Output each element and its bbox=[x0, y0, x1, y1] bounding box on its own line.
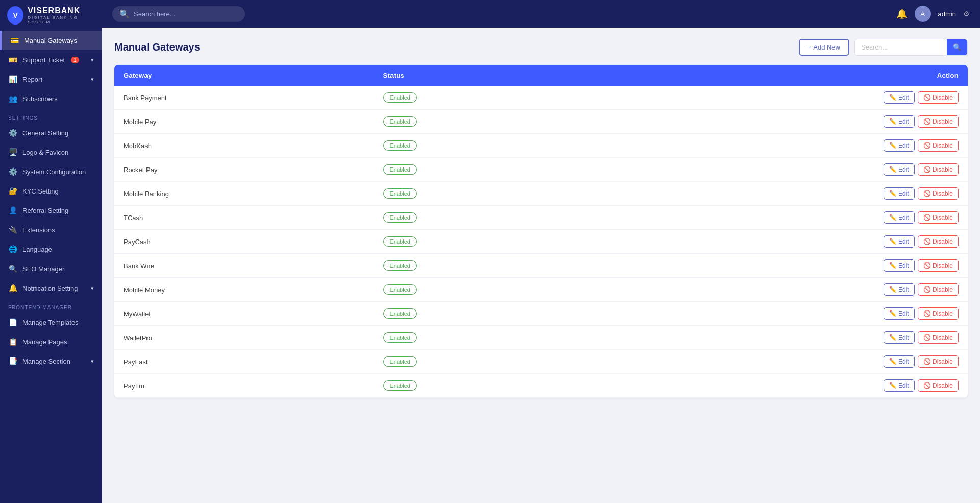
settings-section-label: SETTINGS bbox=[0, 108, 102, 123]
edit-button[interactable]: ✏️ Edit bbox=[884, 91, 915, 104]
sidebar-label: System Configuration bbox=[22, 168, 86, 176]
edit-button[interactable]: ✏️ Edit bbox=[884, 163, 915, 176]
status-badge: Enabled bbox=[383, 140, 417, 151]
status-badge: Enabled bbox=[383, 356, 417, 367]
disable-button[interactable]: 🚫 Disable bbox=[918, 307, 959, 320]
gateway-name: TCash bbox=[114, 206, 374, 230]
sidebar-item-manual-gateways[interactable]: 💳 Manual Gateways bbox=[0, 31, 102, 50]
sidebar-item-manage-pages[interactable]: 📋 Manage Pages bbox=[0, 332, 102, 351]
sidebar-label: Subscribers bbox=[22, 95, 58, 103]
settings-icon[interactable]: ⚙ bbox=[963, 10, 970, 18]
sidebar-item-kyc-setting[interactable]: 🔐 KYC Setting bbox=[0, 181, 102, 201]
topbar-search-input[interactable] bbox=[134, 10, 236, 18]
sidebar-label: Notification Setting bbox=[22, 284, 78, 292]
status-cell: Enabled bbox=[374, 326, 587, 350]
disable-button[interactable]: 🚫 Disable bbox=[918, 283, 959, 296]
action-buttons: ✏️ Edit🚫 Disable bbox=[596, 259, 959, 272]
topbar: 🔍 🔔 A admin ⚙ bbox=[102, 0, 980, 28]
gateway-name: Mobile Banking bbox=[114, 182, 374, 206]
seo-icon: 🔍 bbox=[8, 265, 17, 273]
admin-name: admin bbox=[938, 10, 956, 18]
action-cell: ✏️ Edit🚫 Disable bbox=[586, 350, 968, 374]
action-cell: ✏️ Edit🚫 Disable bbox=[586, 206, 968, 230]
sidebar-label: Language bbox=[22, 246, 52, 253]
table-row: Mobile BankingEnabled✏️ Edit🚫 Disable bbox=[114, 182, 968, 206]
sidebar-item-language[interactable]: 🌐 Language bbox=[0, 239, 102, 259]
logo-title: VISERBANK bbox=[28, 6, 95, 15]
status-cell: Enabled bbox=[374, 230, 587, 254]
sidebar-item-seo-manager[interactable]: 🔍 SEO Manager bbox=[0, 259, 102, 278]
sidebar-item-manage-section[interactable]: 📑 Manage Section ▾ bbox=[0, 351, 102, 371]
edit-button[interactable]: ✏️ Edit bbox=[884, 283, 915, 296]
search-input[interactable] bbox=[855, 40, 947, 55]
status-badge: Enabled bbox=[383, 164, 417, 175]
disable-button[interactable]: 🚫 Disable bbox=[918, 259, 959, 272]
edit-button[interactable]: ✏️ Edit bbox=[884, 307, 915, 320]
main-content: 🔍 🔔 A admin ⚙ Manual Gateways + Add New … bbox=[102, 0, 980, 503]
disable-button[interactable]: 🚫 Disable bbox=[918, 91, 959, 104]
page-actions: + Add New 🔍 bbox=[799, 39, 968, 56]
edit-button[interactable]: ✏️ Edit bbox=[884, 187, 915, 200]
edit-button[interactable]: ✏️ Edit bbox=[884, 139, 915, 152]
gateways-table: Gateway Status Action Bank PaymentEnable… bbox=[114, 65, 968, 398]
sidebar-item-report[interactable]: 📊 Report ▾ bbox=[0, 69, 102, 89]
edit-button[interactable]: ✏️ Edit bbox=[884, 235, 915, 248]
status-cell: Enabled bbox=[374, 254, 587, 278]
section-icon: 📑 bbox=[8, 357, 17, 365]
disable-button[interactable]: 🚫 Disable bbox=[918, 115, 959, 128]
sidebar-item-manage-templates[interactable]: 📄 Manage Templates bbox=[0, 313, 102, 332]
disable-button[interactable]: 🚫 Disable bbox=[918, 355, 959, 368]
disable-button[interactable]: 🚫 Disable bbox=[918, 235, 959, 248]
sidebar-label: Logo & Favicon bbox=[22, 149, 68, 156]
disable-button[interactable]: 🚫 Disable bbox=[918, 139, 959, 152]
page-header: Manual Gateways + Add New 🔍 bbox=[114, 39, 968, 56]
sidebar-item-referral-setting[interactable]: 👤 Referral Setting bbox=[0, 201, 102, 220]
status-cell: Enabled bbox=[374, 110, 587, 134]
topbar-search-box[interactable]: 🔍 bbox=[112, 6, 245, 22]
edit-button[interactable]: ✏️ Edit bbox=[884, 331, 915, 344]
logo-subtitle: DIGITAL BANKING SYSTEM bbox=[28, 15, 95, 25]
edit-button[interactable]: ✏️ Edit bbox=[884, 379, 915, 392]
sidebar-item-subscribers[interactable]: 👥 Subscribers bbox=[0, 89, 102, 108]
edit-button[interactable]: ✏️ Edit bbox=[884, 259, 915, 272]
chevron-icon: ▾ bbox=[91, 57, 94, 63]
sidebar-label: KYC Setting bbox=[22, 187, 59, 195]
search-button[interactable]: 🔍 bbox=[947, 39, 967, 55]
table-row: PayCashEnabled✏️ Edit🚫 Disable bbox=[114, 230, 968, 254]
disable-button[interactable]: 🚫 Disable bbox=[918, 379, 959, 392]
sidebar-item-extensions[interactable]: 🔌 Extensions bbox=[0, 220, 102, 239]
table-container: Gateway Status Action Bank PaymentEnable… bbox=[114, 65, 968, 398]
sidebar-item-notification-setting[interactable]: 🔔 Notification Setting ▾ bbox=[0, 278, 102, 298]
disable-button[interactable]: 🚫 Disable bbox=[918, 211, 959, 224]
disable-button[interactable]: 🚫 Disable bbox=[918, 331, 959, 344]
status-badge: Enabled bbox=[383, 92, 417, 103]
edit-button[interactable]: ✏️ Edit bbox=[884, 115, 915, 128]
status-badge: Enabled bbox=[383, 284, 417, 295]
table-header-row: Gateway Status Action bbox=[114, 65, 968, 86]
logo: V VISERBANK DIGITAL BANKING SYSTEM bbox=[0, 0, 102, 31]
status-badge: Enabled bbox=[383, 260, 417, 271]
gateway-name: PayFast bbox=[114, 350, 374, 374]
edit-button[interactable]: ✏️ Edit bbox=[884, 355, 915, 368]
pages-icon: 📋 bbox=[8, 338, 17, 346]
col-status: Status bbox=[374, 65, 587, 86]
bell-icon[interactable]: 🔔 bbox=[896, 8, 908, 19]
sidebar-item-system-configuration[interactable]: ⚙️ System Configuration bbox=[0, 162, 102, 181]
action-cell: ✏️ Edit🚫 Disable bbox=[586, 302, 968, 326]
sidebar-item-general-setting[interactable]: ⚙️ General Setting bbox=[0, 123, 102, 142]
disable-button[interactable]: 🚫 Disable bbox=[918, 163, 959, 176]
action-buttons: ✏️ Edit🚫 Disable bbox=[596, 139, 959, 152]
ticket-icon: 🎫 bbox=[8, 56, 17, 64]
sidebar-item-logo-favicon[interactable]: 🖥️ Logo & Favicon bbox=[0, 142, 102, 162]
action-buttons: ✏️ Edit🚫 Disable bbox=[596, 379, 959, 392]
logo-icon: V bbox=[7, 6, 23, 25]
edit-button[interactable]: ✏️ Edit bbox=[884, 211, 915, 224]
table-row: MobKashEnabled✏️ Edit🚫 Disable bbox=[114, 134, 968, 158]
action-cell: ✏️ Edit🚫 Disable bbox=[586, 374, 968, 398]
action-cell: ✏️ Edit🚫 Disable bbox=[586, 254, 968, 278]
table-row: Mobile MoneyEnabled✏️ Edit🚫 Disable bbox=[114, 278, 968, 302]
sidebar-item-support-ticket[interactable]: 🎫 Support Ticket 1 ▾ bbox=[0, 50, 102, 69]
add-new-button[interactable]: + Add New bbox=[799, 39, 849, 56]
action-buttons: ✏️ Edit🚫 Disable bbox=[596, 163, 959, 176]
disable-button[interactable]: 🚫 Disable bbox=[918, 187, 959, 200]
